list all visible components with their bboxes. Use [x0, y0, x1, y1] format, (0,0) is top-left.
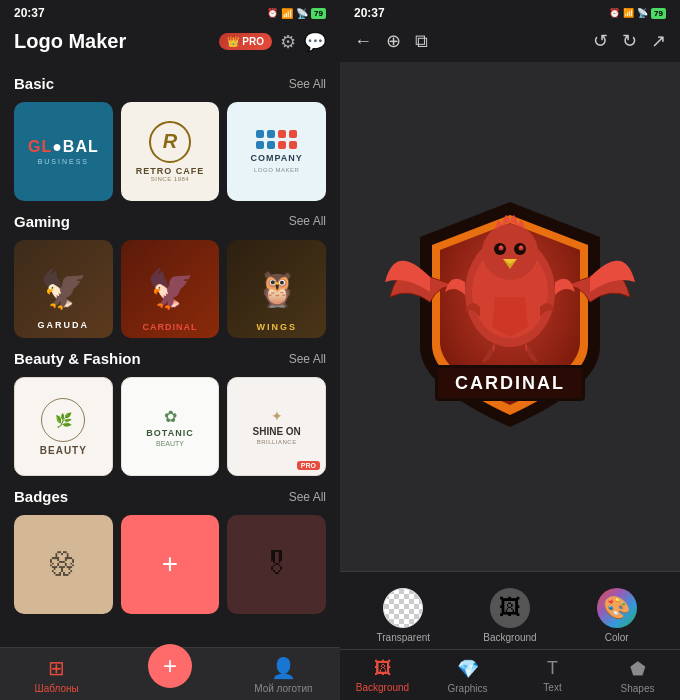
retro-r: R — [163, 130, 177, 153]
retro-card[interactable]: R RETRO CAFE SINCE 1984 — [121, 102, 220, 201]
redo-icon[interactable]: ↻ — [622, 30, 637, 52]
basic-title: Basic — [14, 75, 54, 92]
shineon-name: SHINE ON — [253, 426, 301, 437]
retro-name: RETRO CAFE — [136, 166, 205, 176]
wings-bird-icon: 🦉 — [256, 269, 298, 309]
pro-label: PRO — [242, 36, 264, 47]
beauty-section-header: Beauty & Fashion See All — [14, 350, 326, 367]
wings-text: WINGS — [227, 322, 326, 332]
botanic-sub: BEAUTY — [156, 440, 184, 447]
cardinal-card[interactable]: 🦅 CARDINAL — [121, 240, 220, 339]
company-name: COMPANY — [251, 153, 303, 163]
copy-icon[interactable]: ⧉ — [415, 31, 428, 52]
shineon-pro-tag: PRO — [297, 461, 320, 470]
plus-icon: + — [162, 548, 178, 580]
beauty-card[interactable]: 🌿 BEAUTY — [14, 377, 113, 476]
cardinal-svg: CARDINAL — [380, 187, 640, 447]
layers-icon[interactable]: ⊕ — [386, 30, 401, 52]
right-wifi-icon: 📡 — [637, 8, 648, 18]
beauty-title: Beauty & Fashion — [14, 350, 141, 367]
right-panel: 20:37 ⏰ 📶 📡 79 ← ⊕ ⧉ ↺ ↻ ↗ — [340, 0, 680, 700]
retro-circle: R — [149, 121, 191, 163]
dot — [256, 141, 264, 149]
gaming-title: Gaming — [14, 213, 70, 230]
left-status-icons: ⏰ 📶 📡 79 — [267, 8, 326, 19]
text-tab-icon: T — [547, 658, 558, 679]
basic-section-header: Basic See All — [14, 75, 326, 92]
export-icon[interactable]: ↗ — [651, 30, 666, 52]
shineon-sparkle-icon: ✦ — [271, 408, 283, 424]
left-status-bar: 20:37 ⏰ 📶 📡 79 — [0, 0, 340, 24]
badges-grid: 🏵 + 🎖 — [14, 515, 326, 614]
template-scroll: Basic See All GL●BAL BUSINESS R RETRO CA… — [0, 63, 340, 647]
beauty-see-all[interactable]: See All — [289, 352, 326, 366]
templates-label: Шаблоны — [35, 683, 79, 694]
gaming-see-all[interactable]: See All — [289, 214, 326, 228]
color-option[interactable]: 🎨 Color — [587, 588, 647, 643]
botanic-card[interactable]: ✿ BOTANIC BEAUTY — [121, 377, 220, 476]
dot — [278, 141, 286, 149]
global-text: GL●BAL — [28, 138, 99, 156]
badge2-card[interactable]: + — [121, 515, 220, 614]
tab-background[interactable]: 🖼 Background — [340, 658, 425, 694]
crown-icon: 👑 — [227, 36, 239, 47]
pro-badge[interactable]: 👑 PRO — [219, 33, 272, 50]
message-icon[interactable]: 💬 — [304, 31, 326, 53]
right-battery: 79 — [651, 8, 666, 19]
global-card[interactable]: GL●BAL BUSINESS — [14, 102, 113, 201]
dot — [289, 141, 297, 149]
background-option[interactable]: 🖼 Background — [480, 588, 540, 643]
badges-see-all[interactable]: See All — [289, 490, 326, 504]
garuda-text: GARUDA — [14, 320, 113, 330]
beauty-circle: 🌿 — [41, 398, 85, 442]
svg-point-8 — [520, 245, 523, 248]
right-signal-icon: 📶 — [623, 8, 634, 18]
badge3-icon: 🎖 — [262, 547, 292, 581]
tab-shapes[interactable]: ⬟ Shapes — [595, 658, 680, 694]
company-sub: LOGO MAKER — [254, 167, 299, 173]
botanic-name: BOTANIC — [146, 428, 193, 438]
dot — [256, 130, 264, 138]
settings-icon[interactable]: ⚙ — [280, 31, 296, 53]
right-alarm-icon: ⏰ — [609, 8, 620, 18]
background-img-icon: 🖼 — [490, 588, 530, 628]
back-icon[interactable]: ← — [354, 31, 372, 52]
company-card[interactable]: COMPANY LOGO MAKER — [227, 102, 326, 201]
svg-point-2 — [482, 224, 538, 280]
svg-point-7 — [500, 245, 503, 248]
tool-options-row: Transparent 🖼 Background 🎨 Color — [340, 582, 680, 650]
transparent-label: Transparent — [377, 632, 431, 643]
beauty-grid: 🌿 BEAUTY ✿ BOTANIC BEAUTY ✦ SHINE ON BRI… — [14, 377, 326, 476]
garuda-card[interactable]: 🦅 GARUDA — [14, 240, 113, 339]
alarm-icon: ⏰ — [267, 8, 278, 18]
tab-text[interactable]: T Text — [510, 658, 595, 694]
cardinal-bird-icon: 🦅 — [147, 267, 194, 311]
garuda-eagle-icon: 🦅 — [40, 267, 87, 311]
nav-templates[interactable]: ⊞ Шаблоны — [0, 656, 113, 694]
gaming-grid: 🦅 GARUDA 🦅 CARDINAL 🦉 WINGS — [14, 240, 326, 339]
badge3-card[interactable]: 🎖 — [227, 515, 326, 614]
nav-fab[interactable]: + — [113, 656, 226, 694]
tab-graphics[interactable]: 💎 Graphics — [425, 658, 510, 694]
shapes-tab-label: Shapes — [621, 683, 655, 694]
background-tab-label: Background — [356, 682, 409, 693]
botanic-flower-icon: ✿ — [164, 407, 177, 426]
fab-button[interactable]: + — [148, 644, 192, 688]
dot — [267, 130, 275, 138]
shineon-sub: BRILLIANCE — [257, 439, 297, 445]
dot — [289, 130, 297, 138]
app-title: Logo Maker — [14, 30, 211, 53]
wings-card[interactable]: 🦉 WINGS — [227, 240, 326, 339]
transparent-icon — [383, 588, 423, 628]
badge1-card[interactable]: 🏵 — [14, 515, 113, 614]
dot — [267, 141, 275, 149]
nav-mylogos[interactable]: 👤 Мой логотип — [227, 656, 340, 694]
dot — [278, 130, 286, 138]
basic-see-all[interactable]: See All — [289, 77, 326, 91]
undo-icon[interactable]: ↺ — [593, 30, 608, 52]
transparent-option[interactable]: Transparent — [373, 588, 433, 643]
signal-icon: 📶 — [281, 8, 293, 19]
badges-title: Badges — [14, 488, 68, 505]
left-panel: 20:37 ⏰ 📶 📡 79 Logo Maker 👑 PRO ⚙ 💬 Basi… — [0, 0, 340, 700]
shineon-card[interactable]: ✦ SHINE ON BRILLIANCE PRO — [227, 377, 326, 476]
